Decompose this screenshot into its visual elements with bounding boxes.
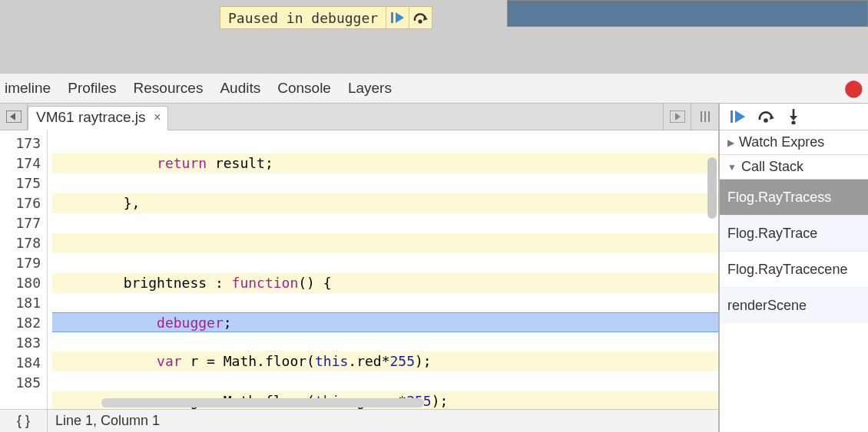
- file-tab[interactable]: VM61 raytrace.js ×: [28, 106, 168, 130]
- resume-icon: [731, 110, 746, 124]
- line-number: 184: [0, 353, 41, 373]
- watch-section-header[interactable]: ▶ Watch Expres: [720, 130, 868, 155]
- step-over-icon: [758, 110, 775, 124]
- editor-tabstrip: VM61 raytrace.js ×: [0, 104, 718, 130]
- close-tab-icon[interactable]: ×: [154, 110, 161, 124]
- line-number: 180: [0, 273, 41, 293]
- lines-icon: [699, 110, 711, 123]
- callstack-frame[interactable]: Flog.RayTracecene: [720, 251, 868, 287]
- line-number: 182: [0, 313, 41, 333]
- line-number: 174: [0, 153, 41, 173]
- line-number: 183: [0, 333, 41, 353]
- svg-rect-9: [704, 111, 706, 122]
- svg-rect-10: [708, 111, 710, 122]
- code-line: return result;: [52, 153, 718, 173]
- line-number: 178: [0, 233, 41, 253]
- page-viewport: Paused in debugger: [0, 0, 868, 73]
- code-line: [52, 233, 718, 253]
- svg-rect-11: [731, 110, 733, 123]
- nav-right-icon: [670, 110, 685, 123]
- nav-left-icon: [6, 110, 22, 123]
- callstack-frame-current[interactable]: Flog.RayTracess: [720, 180, 868, 215]
- svg-marker-5: [10, 113, 15, 120]
- tab-profiles[interactable]: Profiles: [68, 80, 116, 97]
- callstack-frame[interactable]: renderScene: [720, 287, 868, 323]
- svg-marker-7: [675, 113, 681, 120]
- tab-audits[interactable]: Audits: [220, 80, 260, 97]
- main-split: VM61 raytrace.js × 173 174 175 176 177 1…: [0, 104, 868, 432]
- expand-right-icon: ▶: [727, 137, 734, 148]
- file-tab-label: VM61 raytrace.js: [36, 109, 146, 125]
- braces-icon: { }: [17, 413, 30, 429]
- svg-marker-16: [790, 116, 797, 120]
- tab-console[interactable]: Console: [277, 80, 331, 97]
- watch-label: Watch Expres: [739, 134, 824, 150]
- pretty-print-button[interactable]: { }: [0, 410, 48, 432]
- line-gutter: 173 174 175 176 177 178 179 180 181 182 …: [0, 130, 48, 409]
- debugger-toolbar: [720, 104, 868, 130]
- svg-rect-0: [391, 12, 393, 23]
- callstack-section-header[interactable]: ▼ Call Stack: [720, 155, 868, 180]
- step-over-icon: [413, 12, 429, 24]
- step-into-icon: [787, 109, 800, 124]
- line-number: 176: [0, 193, 41, 213]
- step-into-button[interactable]: [787, 109, 800, 124]
- execution-line: debugger;: [52, 312, 718, 332]
- devtools-tabs: imeline Profiles Resources Audits Consol…: [0, 73, 868, 104]
- line-number: 179: [0, 253, 41, 273]
- callstack-label: Call Stack: [741, 159, 803, 175]
- svg-rect-8: [701, 111, 702, 122]
- vertical-scrollbar[interactable]: [707, 157, 717, 219]
- horizontal-scrollbar[interactable]: [101, 398, 424, 407]
- resume-icon: [391, 12, 405, 24]
- tab-resources[interactable]: Resources: [134, 80, 204, 97]
- page-content-box: [507, 0, 868, 27]
- resume-button[interactable]: [386, 7, 409, 28]
- code-line: },: [52, 193, 718, 213]
- line-number: 175: [0, 173, 41, 193]
- line-number: 185: [0, 373, 41, 393]
- paused-overlay: Paused in debugger: [220, 6, 432, 29]
- resume-button[interactable]: [731, 110, 746, 124]
- svg-point-17: [791, 120, 795, 124]
- line-number: 173: [0, 134, 41, 153]
- sources-pane: VM61 raytrace.js × 173 174 175 176 177 1…: [0, 104, 720, 432]
- code-line: var r = Math.floor(this.red*255);: [52, 351, 718, 371]
- debugger-toggle[interactable]: [663, 104, 691, 130]
- paused-label: Paused in debugger: [220, 7, 386, 29]
- tab-layers[interactable]: Layers: [348, 80, 392, 97]
- svg-point-14: [764, 118, 768, 123]
- step-over-button[interactable]: [758, 110, 775, 124]
- code-column: return result; }, brightness : function(…: [48, 130, 718, 409]
- close-icon[interactable]: ⬤: [844, 78, 863, 98]
- svg-point-3: [418, 19, 422, 23]
- callstack-frame[interactable]: Flog.RayTrace: [720, 215, 868, 251]
- step-over-button[interactable]: [409, 7, 432, 28]
- tab-timeline[interactable]: imeline: [5, 80, 51, 97]
- svg-marker-12: [735, 110, 745, 123]
- svg-marker-1: [396, 12, 404, 23]
- drawer-toggle[interactable]: [691, 104, 718, 130]
- cursor-position: Line 1, Column 1: [48, 413, 160, 429]
- code-line: brightness : function() {: [52, 273, 718, 293]
- editor-statusbar: { } Line 1, Column 1: [0, 409, 718, 432]
- code-lines: return result; }, brightness : function(…: [48, 130, 718, 409]
- code-editor[interactable]: 173 174 175 176 177 178 179 180 181 182 …: [0, 130, 718, 409]
- line-number: 181: [0, 293, 41, 313]
- line-number: 177: [0, 213, 41, 233]
- navigator-toggle[interactable]: [0, 104, 28, 130]
- debugger-sidebar: ▶ Watch Expres ▼ Call Stack Flog.RayTrac…: [720, 104, 868, 432]
- expand-down-icon: ▼: [727, 162, 737, 173]
